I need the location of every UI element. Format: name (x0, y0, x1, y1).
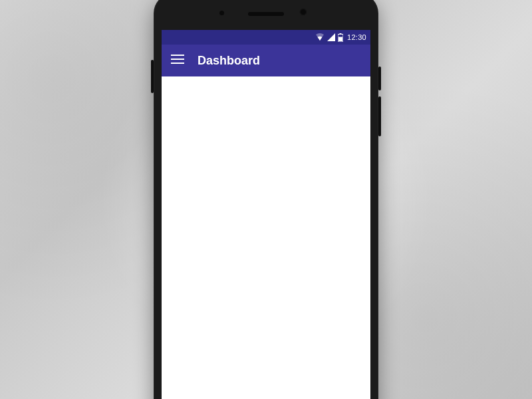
battery-icon (338, 33, 343, 42)
phone-sensor (219, 11, 224, 15)
phone-side-button (151, 60, 154, 93)
phone-camera (299, 8, 307, 16)
phone-power-button (378, 66, 381, 90)
content-area (162, 76, 370, 399)
wifi-icon (315, 33, 325, 41)
status-clock: 12:30 (347, 33, 366, 41)
phone-frame: 12:30 Dashboard (154, 0, 378, 399)
hamburger-icon (171, 55, 184, 66)
svg-rect-5 (171, 63, 184, 64)
svg-rect-3 (171, 55, 184, 56)
svg-rect-4 (171, 59, 184, 60)
status-bar: 12:30 (162, 30, 370, 45)
app-bar: Dashboard (162, 45, 370, 76)
hamburger-menu-button[interactable] (171, 54, 184, 67)
page-title: Dashboard (198, 54, 260, 68)
svg-rect-2 (338, 37, 342, 41)
phone-speaker (248, 12, 284, 16)
phone-volume-button (378, 96, 381, 136)
screen: 12:30 Dashboard (162, 30, 370, 399)
svg-rect-1 (339, 33, 341, 35)
signal-icon (327, 33, 335, 41)
